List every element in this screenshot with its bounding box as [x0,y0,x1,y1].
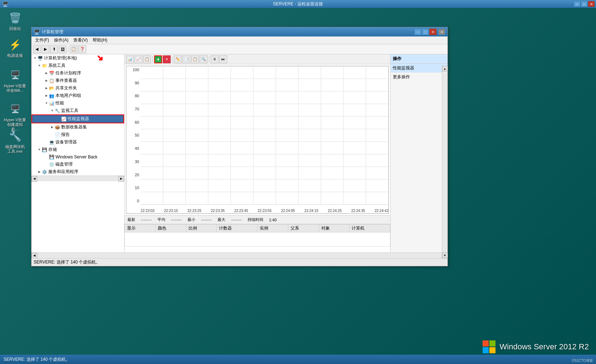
tree-performance[interactable]: ▼ 📊 性能 [31,99,124,107]
tree-task-scheduler[interactable]: ▶ 📅 任务计划程序 [31,69,124,77]
tree-disk-arrow [44,162,49,167]
perf-add-counter-btn[interactable]: + [154,55,162,63]
perf-step-btn[interactable]: ⏭ [219,55,227,63]
hscroll-left[interactable]: ◀ [31,253,37,259]
mmc-title-text: 计算机管理 [42,29,63,35]
tree-datacol-label: 数据收集器集 [61,124,87,130]
right-scroll-up[interactable]: ▲ [442,66,448,72]
tree-scroll-right[interactable]: ▶ [118,176,124,182]
main-minimize-btn[interactable]: ─ [574,1,580,7]
perf-sep2 [172,56,172,63]
y-30: 30 [127,159,139,164]
power-options-image: ⚡ [8,38,22,52]
power-options-icon[interactable]: ⚡ 电源选项 [4,38,26,58]
perf-paste-btn[interactable]: 📋 [191,55,199,63]
toolbar-show-btn[interactable]: 🖼 [59,45,67,53]
perf-copy-btn[interactable]: 📑 [182,55,190,63]
mmc-statusbar: SERVERE: 选择了 140 个虚拟机。 [31,258,448,266]
menu-action[interactable]: 操作(A) [52,36,70,44]
tree-hscroll: ◀ ▶ [31,176,124,181]
x-label-10: 22:24:35 [351,209,365,213]
tree-systools-arrow: ▼ [37,64,41,68]
perf-del-counter-btn[interactable]: ✕ [163,55,171,63]
tree-event-icon: 📋 [49,78,54,84]
mmc-window-controls: ─ □ ✕ ✕ [414,29,445,35]
tree-storage-label: 存储 [48,147,57,153]
toolbar-properties-btn[interactable]: 📋 [70,45,78,53]
tree-local-users[interactable]: ▶ 👥 本地用户和组 [31,92,124,99]
y-90: 90 [127,81,139,85]
tree-reports[interactable]: 📄 报告 [31,131,124,138]
menu-help[interactable]: 帮助(H) [91,36,109,44]
tree-services-apps[interactable]: ▶ ⚙️ 服务和应用程序 [31,168,124,176]
tree-shared-folders[interactable]: ▶ 📂 共享文件夹 [31,84,124,92]
hyper-v-batch2-icon[interactable]: 🖥️ Hyper-V批量创建虚拟机... [4,102,26,132]
toolbar-up-btn[interactable]: ⬆ [50,45,58,53]
tree-devmgr-icon: 💻 [49,139,54,145]
tool-icon[interactable]: 🔧 磁盘网挂机工具.exe [4,129,26,154]
tree-perf-label: 性能 [55,100,64,106]
tree-disk-icon: 💿 [49,162,54,167]
right-scroll-track[interactable] [442,72,448,252]
y-0: 0 [127,199,139,203]
perf-view-btn2[interactable]: 📈 [135,55,142,63]
toolbar-forward-btn[interactable]: ▶ [41,45,49,53]
chart-y-axis: 100 90 80 70 60 50 40 30 20 10 0 [126,66,140,205]
tree-datacol-icon: 📦 [54,124,60,130]
tree-wsb[interactable]: 💾 Windows Server Back [31,153,124,161]
menu-file[interactable]: 文件(F) [33,36,51,44]
recycle-bin-icon[interactable]: 🗑️ 回收站 [4,11,26,31]
statusbar-text: SERVERE: 选择了 140 个虚拟机。 [34,259,101,265]
main-maximize-btn[interactable]: □ [581,1,587,7]
tree-users-icon: 👥 [49,93,54,99]
tree-system-tools[interactable]: ▼ 📁 系统工具 [31,62,124,69]
tree-root-icon: 🖥️ [37,55,43,61]
tree-event-viewer[interactable]: ▶ 📋 事件查看器 [31,77,124,84]
hscroll-track[interactable] [37,253,442,258]
tree-data-collector[interactable]: ▶ 📦 数据收集器集 [31,123,124,131]
mmc-minimize-btn[interactable]: ─ [414,29,421,35]
tree-storage[interactable]: ▼ 💾 存储 [31,146,124,153]
menu-view[interactable]: 查看(V) [71,36,90,44]
right-panel-perfmon-label: 性能监视器 [393,65,414,71]
stat-avg-value: --------- [171,218,182,222]
tree-root[interactable]: ▼ 🖥️ 计算机管理(本地) [31,54,124,62]
tree-disk-management[interactable]: 💿 磁盘管理 [31,161,124,168]
tool-label: 磁盘网挂机工具.exe [4,144,26,154]
tool-image: 🔧 [8,129,22,143]
stat-label-recent: 最新 [127,217,135,222]
hyper-v-batch-icon[interactable]: 🖥️ Hyper-V批量停改MA... [4,68,26,93]
x-label-4: 22:23:35 [211,209,225,213]
col-object: 对象 [319,225,350,232]
mmc-close-btn[interactable]: ✕ [429,29,436,35]
toolbar-help-btn[interactable]: ❓ [78,45,86,53]
main-titlebar: 🖥️ SERVERE - 远程桌面连接 ─ □ ✕ [0,0,596,8]
tree-shared-arrow: ▶ [44,86,49,90]
toolbar-sep1 [68,46,68,53]
tree-scroll-track[interactable] [37,176,118,181]
tree-wsb-label: Windows Server Back [55,154,97,159]
perf-view-btn3[interactable]: 📋 [143,55,151,63]
perf-pause-btn[interactable]: ⏸ [211,55,219,63]
right-panel-perfmon[interactable]: 性能监视器 ▲ [391,64,448,73]
perf-clear-btn[interactable]: 🔍 [200,55,207,63]
main-close-btn[interactable]: ✕ [588,1,595,7]
tree-shared-label: 共享文件夹 [55,85,77,91]
tree-perf-monitor[interactable]: 📈 性能监视器 [31,114,124,123]
right-panel-more-actions[interactable]: 更多操作 ▶ [391,73,448,82]
perf-highlight-btn[interactable]: ✏️ [174,55,182,63]
tree-device-manager[interactable]: 💻 设备管理器 [31,138,124,146]
tree-montools-icon: 🔧 [54,108,60,114]
mmc-toolbar: ◀ ▶ ⬆ 🖼 📋 ❓ [31,44,448,54]
tree-monitor-tools[interactable]: ▼ 🔧 监视工具 [31,107,124,114]
perf-view-btn1[interactable]: 📊 [126,55,134,63]
tree-perfmon-icon: 📈 [61,116,67,122]
chart-svg [141,66,389,205]
mmc-extra-btn[interactable]: ✕ [438,29,445,35]
tree-svcapp-icon: ⚙️ [41,169,47,175]
mmc-maximize-btn[interactable]: □ [422,29,429,35]
tree-systools-icon: 📁 [41,63,47,69]
windows-logo [483,340,495,353]
tree-scroll-left[interactable]: ◀ [31,176,37,182]
toolbar-back-btn[interactable]: ◀ [33,45,41,53]
